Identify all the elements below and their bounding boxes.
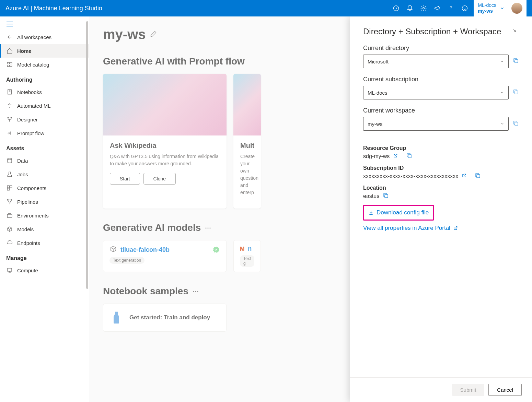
workspace-panel: Directory + Subscription + Workspace Cur… bbox=[350, 16, 532, 402]
svg-rect-6 bbox=[10, 65, 12, 67]
sidebar-item-data[interactable]: Data bbox=[0, 154, 89, 167]
sidebar-item-automated-ml[interactable]: Automated ML bbox=[0, 99, 89, 113]
subscription-select[interactable]: ML-docs bbox=[363, 86, 509, 99]
external-link-icon[interactable] bbox=[393, 153, 398, 159]
panel-footer: Submit Cancel bbox=[350, 377, 532, 402]
svg-rect-22 bbox=[515, 122, 518, 125]
data-icon bbox=[6, 157, 13, 164]
clock-icon[interactable] bbox=[390, 2, 402, 14]
hamburger-menu[interactable] bbox=[0, 19, 89, 30]
pipelines-icon bbox=[6, 198, 13, 205]
view-portal-link[interactable]: View all properties in Azure Portal bbox=[363, 225, 458, 232]
svg-point-15 bbox=[7, 199, 8, 200]
endpoints-icon bbox=[6, 239, 13, 246]
sidebar-item-prompt-flow[interactable]: Prompt flow bbox=[0, 126, 89, 140]
location-value: eastus bbox=[363, 193, 379, 199]
sidebar-section-assets: Assets bbox=[0, 140, 89, 154]
avatar[interactable] bbox=[511, 3, 522, 14]
close-icon[interactable] bbox=[511, 27, 519, 36]
ws-directory: ML-docs bbox=[478, 2, 496, 8]
svg-rect-3 bbox=[7, 62, 9, 64]
chevron-down-icon bbox=[500, 91, 504, 95]
ws-name: my-ws bbox=[478, 8, 496, 14]
copy-icon[interactable] bbox=[475, 173, 481, 180]
gear-icon[interactable] bbox=[417, 2, 430, 14]
prompt-flow-icon bbox=[6, 130, 13, 137]
sidebar-section-manage: Manage bbox=[0, 250, 89, 263]
svg-rect-14 bbox=[7, 188, 9, 190]
smile-icon[interactable] bbox=[459, 2, 471, 14]
sidebar-item-designer[interactable]: Designer bbox=[0, 113, 89, 126]
copy-icon[interactable] bbox=[383, 192, 389, 200]
download-config-link[interactable]: Download config file bbox=[365, 206, 432, 219]
svg-rect-24 bbox=[477, 175, 480, 178]
sidebar-item-home[interactable]: Home bbox=[0, 44, 89, 58]
top-right-group: ML-docs my-ws bbox=[390, 0, 527, 16]
sidebar-item-components[interactable]: Components bbox=[0, 181, 89, 195]
panel-title: Directory + Subscription + Workspace bbox=[363, 27, 501, 36]
subscription-label: Current subscription bbox=[363, 76, 519, 83]
cancel-button[interactable]: Cancel bbox=[488, 384, 522, 396]
environments-icon bbox=[6, 212, 13, 219]
svg-point-11 bbox=[8, 158, 12, 160]
models-icon bbox=[6, 226, 13, 233]
copy-icon[interactable] bbox=[406, 153, 412, 160]
megaphone-icon[interactable] bbox=[431, 2, 443, 14]
external-link-icon[interactable] bbox=[462, 173, 466, 179]
directory-label: Current directory bbox=[363, 45, 519, 52]
workspace-select[interactable]: my-ws bbox=[363, 117, 509, 131]
sidebar-item-notebooks[interactable]: Notebooks bbox=[0, 85, 89, 99]
sidebar-item-jobs[interactable]: Jobs bbox=[0, 167, 89, 181]
svg-point-2 bbox=[462, 6, 467, 11]
svg-rect-20 bbox=[515, 60, 518, 63]
copy-icon[interactable] bbox=[513, 89, 519, 96]
sidebar-item-environments[interactable]: Environments bbox=[0, 209, 89, 222]
svg-rect-7 bbox=[8, 90, 12, 94]
sidebar-item-model-catalog[interactable]: Model catalog bbox=[0, 58, 89, 71]
svg-point-16 bbox=[11, 199, 12, 200]
app-title: Azure AI | Machine Learning Studio bbox=[5, 5, 102, 12]
directory-select[interactable]: Microsoft bbox=[363, 55, 509, 68]
svg-rect-18 bbox=[7, 214, 12, 217]
chevron-down-icon bbox=[500, 122, 504, 126]
sidebar-item-endpoints[interactable]: Endpoints bbox=[0, 236, 89, 250]
sidebar-item-pipelines[interactable]: Pipelines bbox=[0, 195, 89, 209]
copy-icon[interactable] bbox=[513, 58, 519, 65]
back-all-workspaces[interactable]: All workspaces bbox=[0, 30, 89, 44]
svg-rect-12 bbox=[7, 186, 9, 188]
subid-value: xxxxxxxxx-xxxx-xxxx-xxxx-xxxxxxxxxxx bbox=[363, 173, 458, 179]
svg-rect-23 bbox=[408, 155, 411, 158]
chevron-down-icon bbox=[500, 6, 505, 11]
designer-icon bbox=[6, 116, 13, 123]
svg-rect-13 bbox=[10, 186, 12, 188]
sidebar-item-compute[interactable]: Compute bbox=[0, 263, 89, 277]
external-link-icon bbox=[453, 226, 458, 230]
copy-icon[interactable] bbox=[513, 120, 519, 128]
svg-rect-21 bbox=[515, 91, 518, 94]
chevron-down-icon bbox=[500, 59, 504, 63]
svg-rect-19 bbox=[8, 268, 12, 271]
svg-point-17 bbox=[9, 203, 10, 204]
jobs-icon bbox=[6, 171, 13, 178]
workspace-label: Current workspace bbox=[363, 107, 519, 114]
sidebar: All workspaces Home Model catalog Author… bbox=[0, 16, 89, 402]
sidebar-item-models[interactable]: Models bbox=[0, 222, 89, 236]
svg-rect-5 bbox=[7, 65, 9, 67]
catalog-icon bbox=[6, 61, 13, 68]
svg-point-1 bbox=[423, 8, 425, 9]
subid-label: Subscription ID bbox=[363, 165, 519, 171]
download-highlight: Download config file bbox=[363, 205, 434, 221]
bell-icon[interactable] bbox=[404, 2, 416, 14]
svg-point-9 bbox=[11, 117, 12, 118]
submit-button[interactable]: Submit bbox=[452, 384, 485, 396]
components-icon bbox=[6, 185, 13, 191]
home-icon bbox=[6, 47, 13, 54]
download-icon bbox=[368, 210, 374, 215]
main-content: my-ws Generative AI with Prompt flow Ask… bbox=[89, 16, 532, 402]
workspace-selector[interactable]: ML-docs my-ws bbox=[474, 0, 527, 16]
help-icon[interactable] bbox=[445, 2, 457, 14]
arrow-left-icon bbox=[6, 34, 13, 40]
rg-label: Resource Group bbox=[363, 145, 519, 151]
rg-value: sdg-my-ws bbox=[363, 153, 390, 159]
svg-point-8 bbox=[8, 117, 9, 118]
